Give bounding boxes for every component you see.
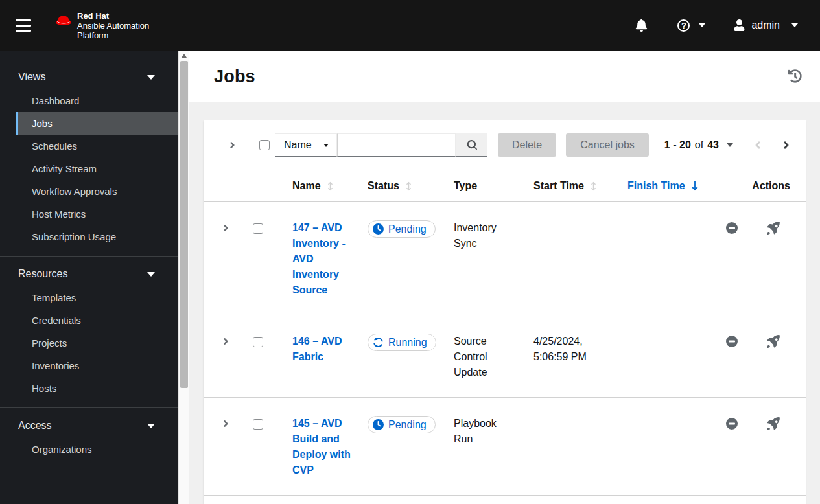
job-start-time-cell: 4/25/2024, 5:06:59 PM: [528, 315, 622, 397]
pagination-of: of: [695, 139, 703, 151]
job-row: 147 – AVD Inventory - AVD Inventory Sour…: [204, 202, 806, 315]
sidebar-item-subscription-usage[interactable]: Subscription Usage: [16, 225, 178, 248]
job-name-link[interactable]: 147 – AVD Inventory - AVD Inventory Sour…: [292, 222, 346, 295]
pagination-prev-icon[interactable]: [754, 139, 762, 151]
job-type-cell: Playbook Run: [447, 398, 528, 495]
cancel-job-icon[interactable]: [725, 222, 738, 236]
row-checkbox-cell: [253, 202, 282, 315]
row-expand-chevron-icon[interactable]: [222, 336, 234, 347]
page-header: Jobs: [189, 51, 820, 102]
cancel-jobs-button[interactable]: Cancel jobs: [566, 133, 649, 157]
row-checkbox-cell: [253, 315, 282, 397]
pagination-range: 1 - 20: [664, 139, 691, 151]
brand-logo: Red Hat Ansible Automation Platform: [55, 11, 149, 40]
status-badge: Pending: [368, 416, 436, 433]
sidebar-item-activity-stream[interactable]: Activity Stream: [16, 157, 178, 180]
user-icon: [734, 19, 745, 31]
jobs-card: Name Delete Cancel jobs 1 - 20 of 43: [204, 120, 806, 504]
select-caret-down-icon: [323, 144, 329, 147]
pagination-next-icon[interactable]: [782, 139, 790, 151]
job-start-time-cell: [528, 202, 622, 315]
user-menu[interactable]: admin: [734, 19, 798, 31]
pagination-total: 43: [707, 139, 719, 151]
sidebar-nav: Views Dashboard Jobs Schedules Activity …: [0, 51, 178, 504]
search-button[interactable]: [456, 133, 487, 157]
job-name-link[interactable]: 145 – AVD Build and Deploy with CVP: [292, 418, 351, 475]
sidebar-item-projects[interactable]: Projects: [16, 332, 178, 354]
sidebar-item-templates[interactable]: Templates: [16, 286, 178, 309]
username-label: admin: [751, 19, 780, 31]
row-expand-chevron-icon[interactable]: [222, 418, 234, 430]
job-type-cell: Source Control Update: [447, 315, 528, 397]
sidebar-item-hosts[interactable]: Hosts: [16, 377, 178, 400]
sidebar-item-dashboard[interactable]: Dashboard: [16, 89, 178, 112]
select-all-checkbox[interactable]: [259, 140, 270, 150]
user-caret-down-icon: [791, 23, 798, 27]
sidebar-item-organizations[interactable]: Organizations: [16, 438, 178, 461]
sidebar-item-credentials[interactable]: Credentials: [16, 309, 178, 332]
column-header-start-time[interactable]: Start Time: [528, 170, 622, 201]
sort-descending-icon[interactable]: [692, 181, 698, 191]
column-header-type: Type: [447, 170, 528, 201]
filter-type-label: Name: [284, 139, 312, 151]
column-header-status[interactable]: Status: [360, 170, 447, 201]
jobs-toolbar: Name Delete Cancel jobs 1 - 20 of 43: [204, 120, 806, 170]
sort-both-icon[interactable]: [591, 181, 596, 191]
sidebar-section-views-header[interactable]: Views: [0, 66, 178, 89]
table-header-row: Name Status Type Start Time Finish Time: [204, 170, 806, 202]
search-input[interactable]: [337, 133, 456, 157]
sidebar-section-access-label: Access: [18, 420, 52, 431]
sidebar-scrollbar[interactable]: [178, 51, 189, 504]
relaunch-rocket-icon[interactable]: [767, 417, 780, 432]
notifications-bell-icon[interactable]: [635, 19, 648, 32]
sidebar-section-resources-header[interactable]: Resources: [0, 263, 178, 286]
job-actions-cell: [716, 202, 806, 315]
filter-type-select[interactable]: Name: [275, 133, 337, 157]
help-menu[interactable]: ?: [677, 19, 705, 32]
column-header-finish-time[interactable]: Finish Time: [622, 170, 716, 201]
cancel-job-icon[interactable]: [725, 417, 738, 432]
sidebar-section-resources: Resources Templates Credentials Projects…: [0, 256, 178, 407]
sidebar-section-access-header[interactable]: Access: [0, 415, 178, 438]
clock-pending-icon: [373, 223, 384, 235]
relaunch-rocket-icon[interactable]: [767, 222, 780, 236]
sidebar-item-workflow-approvals[interactable]: Workflow Approvals: [16, 180, 178, 203]
sort-both-icon[interactable]: [406, 181, 412, 191]
status-label: Running: [388, 335, 427, 350]
history-icon[interactable]: [788, 69, 802, 85]
nav-toggle-hamburger-icon[interactable]: [16, 19, 31, 32]
row-checkbox[interactable]: [253, 337, 263, 347]
delete-button[interactable]: Delete: [498, 133, 556, 157]
cancel-job-icon[interactable]: [725, 335, 738, 350]
row-checkbox[interactable]: [253, 419, 263, 430]
header-spacer-checkbox: [253, 170, 282, 201]
sort-both-icon[interactable]: [327, 181, 333, 191]
job-type-cell: Inventory Sync: [447, 202, 528, 315]
brand-line2: Ansible Automation: [77, 21, 149, 30]
sidebar-item-inventories[interactable]: Inventories: [16, 354, 178, 377]
job-name-link[interactable]: 146 – AVD Fabric: [292, 336, 342, 362]
pagination-control[interactable]: 1 - 20 of 43: [664, 139, 733, 151]
job-finish-time-cell: [622, 202, 716, 315]
sidebar-section-views-label: Views: [18, 71, 45, 83]
chevron-down-icon: [147, 272, 155, 277]
row-expand-chevron-icon[interactable]: [222, 222, 234, 234]
job-row: 145 – AVD Build and Deploy with CVP Pend…: [204, 398, 806, 496]
job-name-cell: 146 – AVD Fabric: [282, 315, 360, 397]
job-status-cell: Pending: [360, 202, 447, 315]
row-checkbox-cell: [253, 398, 282, 495]
sidebar-item-schedules[interactable]: Schedules: [16, 135, 178, 157]
scroll-up-arrow-icon[interactable]: [182, 54, 187, 58]
row-checkbox[interactable]: [253, 223, 263, 234]
relaunch-rocket-icon[interactable]: [767, 335, 780, 350]
header-spacer-expand: [204, 170, 253, 201]
help-caret-down-icon: [699, 23, 705, 27]
sidebar-item-host-metrics[interactable]: Host Metrics: [16, 203, 178, 225]
scrollbar-thumb[interactable]: [180, 61, 188, 388]
column-header-name[interactable]: Name: [282, 170, 360, 201]
help-question-icon: ?: [677, 19, 690, 32]
chevron-down-icon: [147, 75, 155, 80]
job-row: 146 – AVD Fabric Running Source Control …: [204, 315, 806, 398]
expand-all-chevron-icon[interactable]: [229, 139, 240, 151]
sidebar-item-jobs[interactable]: Jobs: [16, 112, 178, 135]
